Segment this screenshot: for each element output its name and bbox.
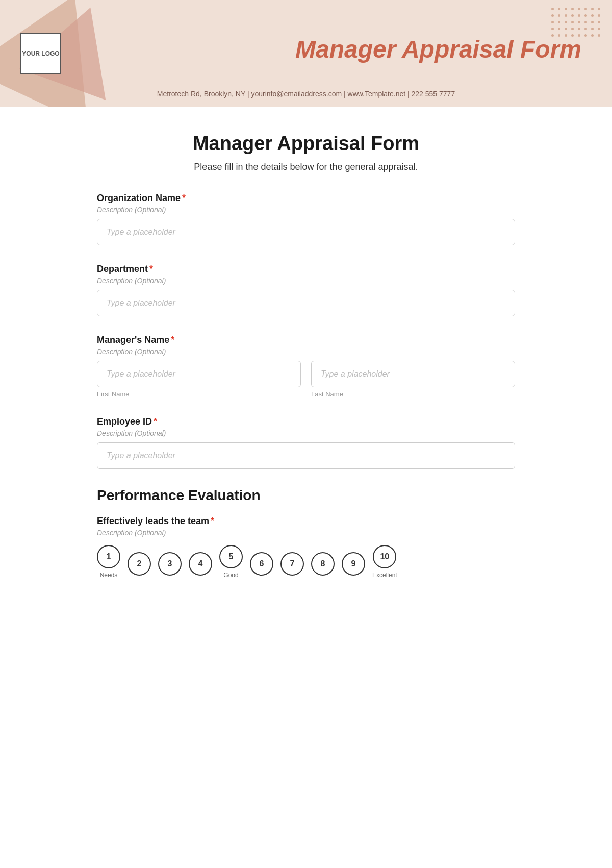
managers-name-label: Manager's Name* <box>97 335 515 345</box>
rating-circle-7[interactable]: 7 <box>280 552 304 576</box>
department-label-text: Department <box>97 264 148 274</box>
page-header: YOUR LOGO Manager Appraisal Form Metrote… <box>0 0 612 107</box>
rating-item-7: 7 <box>280 552 304 579</box>
field-org-name: Organization Name* Description (Optional… <box>97 193 515 245</box>
header-title: Manager Appraisal Form <box>295 35 581 63</box>
logo: YOUR LOGO <box>20 33 61 74</box>
rating-circle-4[interactable]: 4 <box>189 552 212 576</box>
rating-circle-10[interactable]: 10 <box>373 545 396 568</box>
performance-section-title: Performance Evaluation <box>97 487 515 504</box>
last-name-input[interactable] <box>311 361 515 387</box>
org-name-required: * <box>182 193 186 203</box>
leads-team-label: Effectively leads the team* <box>97 516 515 527</box>
rating-label-5: Good <box>223 572 238 579</box>
leads-team-description: Description (Optional) <box>97 529 515 537</box>
rating-circle-8[interactable]: 8 <box>311 552 335 576</box>
field-employee-id: Employee ID* Description (Optional) <box>97 416 515 469</box>
org-name-input[interactable] <box>97 219 515 245</box>
org-name-label: Organization Name* <box>97 193 515 204</box>
department-input[interactable] <box>97 290 515 316</box>
rating-item-8: 8 <box>311 552 335 579</box>
employee-id-required: * <box>154 416 157 427</box>
managers-name-required: * <box>171 335 174 345</box>
field-managers-name: Manager's Name* Description (Optional) F… <box>97 335 515 398</box>
rating-item-5: 5 Good <box>219 545 243 579</box>
rating-scale: 1 Needs 2 3 4 5 Good 6 <box>97 545 515 579</box>
rating-leads-team: Effectively leads the team* Description … <box>97 516 515 579</box>
org-name-label-text: Organization Name <box>97 193 181 203</box>
rating-item-4: 4 <box>189 552 212 579</box>
rating-item-3: 3 <box>158 552 182 579</box>
managers-name-label-text: Manager's Name <box>97 335 169 345</box>
rating-circle-2[interactable]: 2 <box>128 552 151 576</box>
rating-item-2: 2 <box>128 552 151 579</box>
employee-id-label-text: Employee ID <box>97 416 152 427</box>
header-contact: Metrotech Rd, Brooklyn, NY | yourinfo@em… <box>0 90 612 98</box>
rating-item-10: 10 Excellent <box>372 545 397 579</box>
rating-circle-9[interactable]: 9 <box>342 552 365 576</box>
last-name-col: Last Name <box>311 361 515 398</box>
rating-label-1: Needs <box>100 572 118 579</box>
last-name-label: Last Name <box>311 390 515 398</box>
field-department: Department* Description (Optional) <box>97 264 515 316</box>
rating-label-10: Excellent <box>372 572 397 579</box>
first-name-label: First Name <box>97 390 301 398</box>
employee-id-description: Description (Optional) <box>97 429 515 437</box>
header-dots-top-right <box>551 8 602 38</box>
leads-team-label-text: Effectively leads the team <box>97 516 209 526</box>
department-label: Department* <box>97 264 515 275</box>
employee-id-label: Employee ID* <box>97 416 515 427</box>
rating-item-1: 1 Needs <box>97 545 120 579</box>
managers-name-description: Description (Optional) <box>97 348 515 356</box>
department-description: Description (Optional) <box>97 277 515 285</box>
employee-id-input[interactable] <box>97 442 515 469</box>
org-name-description: Description (Optional) <box>97 206 515 214</box>
rating-item-6: 6 <box>250 552 273 579</box>
leads-team-required: * <box>211 516 214 526</box>
rating-item-9: 9 <box>342 552 365 579</box>
department-required: * <box>149 264 153 274</box>
rating-circle-6[interactable]: 6 <box>250 552 273 576</box>
managers-name-row: First Name Last Name <box>97 361 515 398</box>
form-subtitle: Please fill in the details below for the… <box>97 162 515 172</box>
first-name-col: First Name <box>97 361 301 398</box>
rating-circle-3[interactable]: 3 <box>158 552 182 576</box>
rating-circle-5[interactable]: 5 <box>219 545 243 568</box>
main-content: Manager Appraisal Form Please fill in th… <box>76 107 536 625</box>
first-name-input[interactable] <box>97 361 301 387</box>
form-main-title: Manager Appraisal Form <box>97 133 515 155</box>
rating-circle-1[interactable]: 1 <box>97 545 120 568</box>
